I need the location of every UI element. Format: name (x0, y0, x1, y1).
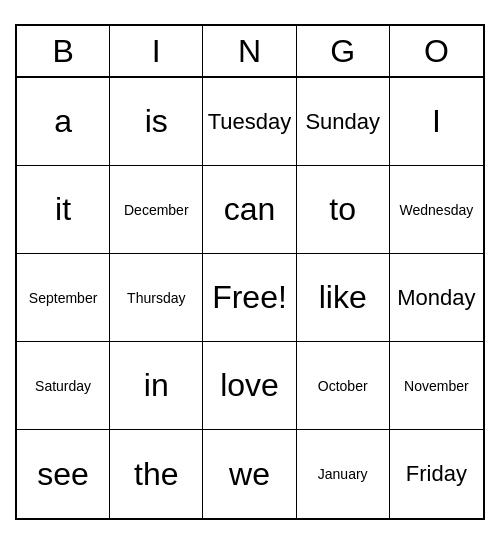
bingo-cell-22: we (203, 430, 296, 518)
bingo-cell-19: November (390, 342, 483, 430)
bingo-cell-3: Sunday (297, 78, 390, 166)
bingo-cell-text-12: Free! (212, 279, 287, 316)
bingo-cell-text-4: I (432, 103, 441, 140)
bingo-cell-text-14: Monday (397, 285, 475, 311)
header-cell-G: G (297, 26, 390, 76)
bingo-cell-text-23: January (318, 466, 368, 482)
bingo-header: BINGO (17, 26, 483, 78)
bingo-cell-12: Free! (203, 254, 296, 342)
bingo-cell-0: a (17, 78, 110, 166)
header-cell-B: B (17, 26, 110, 76)
bingo-cell-text-3: Sunday (305, 109, 380, 135)
bingo-cell-text-7: can (224, 191, 276, 228)
bingo-cell-text-21: the (134, 456, 178, 493)
bingo-cell-1: is (110, 78, 203, 166)
bingo-cell-text-19: November (404, 378, 469, 394)
bingo-cell-10: September (17, 254, 110, 342)
bingo-cell-5: it (17, 166, 110, 254)
bingo-cell-21: the (110, 430, 203, 518)
bingo-cell-text-18: October (318, 378, 368, 394)
bingo-cell-text-2: Tuesday (208, 109, 292, 135)
bingo-cell-18: October (297, 342, 390, 430)
bingo-cell-14: Monday (390, 254, 483, 342)
bingo-cell-text-8: to (329, 191, 356, 228)
bingo-card: BINGO aisTuesdaySundayIitDecembercantoWe… (15, 24, 485, 520)
bingo-cell-11: Thursday (110, 254, 203, 342)
bingo-cell-text-20: see (37, 456, 89, 493)
header-cell-I: I (110, 26, 203, 76)
bingo-cell-text-22: we (229, 456, 270, 493)
bingo-cell-text-10: September (29, 290, 97, 306)
bingo-cell-text-9: Wednesday (400, 202, 474, 218)
bingo-cell-16: in (110, 342, 203, 430)
bingo-cell-8: to (297, 166, 390, 254)
header-cell-O: O (390, 26, 483, 76)
bingo-cell-text-16: in (144, 367, 169, 404)
bingo-cell-9: Wednesday (390, 166, 483, 254)
bingo-cell-2: Tuesday (203, 78, 296, 166)
bingo-grid: aisTuesdaySundayIitDecembercantoWednesda… (17, 78, 483, 518)
bingo-cell-23: January (297, 430, 390, 518)
header-cell-N: N (203, 26, 296, 76)
bingo-cell-20: see (17, 430, 110, 518)
bingo-cell-13: like (297, 254, 390, 342)
bingo-cell-7: can (203, 166, 296, 254)
bingo-cell-15: Saturday (17, 342, 110, 430)
bingo-cell-6: December (110, 166, 203, 254)
bingo-cell-17: love (203, 342, 296, 430)
bingo-cell-text-24: Friday (406, 461, 467, 487)
bingo-cell-text-13: like (319, 279, 367, 316)
bingo-cell-text-6: December (124, 202, 189, 218)
bingo-cell-text-1: is (145, 103, 168, 140)
bingo-cell-24: Friday (390, 430, 483, 518)
bingo-cell-text-17: love (220, 367, 279, 404)
bingo-cell-text-5: it (55, 191, 71, 228)
bingo-cell-text-11: Thursday (127, 290, 185, 306)
bingo-cell-text-0: a (54, 103, 72, 140)
bingo-cell-4: I (390, 78, 483, 166)
bingo-cell-text-15: Saturday (35, 378, 91, 394)
